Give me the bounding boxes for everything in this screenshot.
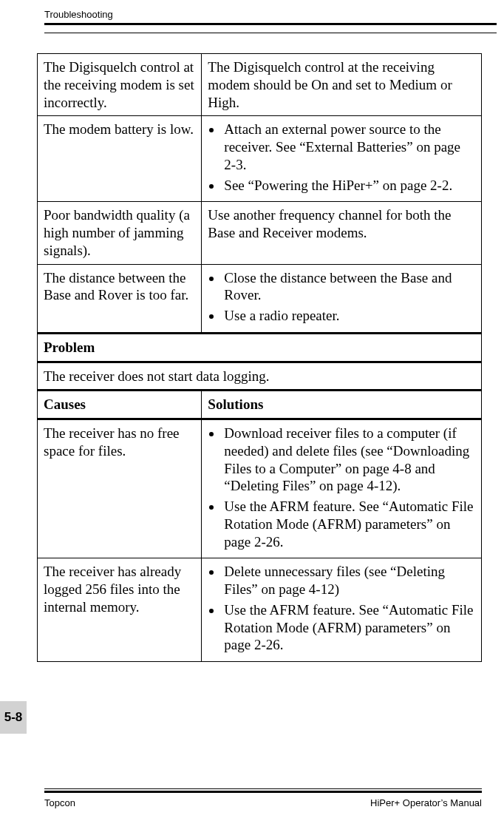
troubleshooting-table: The Digisquelch control at the receiving… [37, 53, 482, 662]
bullet-list: Download receiver files to a computer (i… [208, 425, 475, 550]
cause-cell: The receiver has no free space for files… [38, 419, 202, 558]
problem-text: The receiver does not start data logging… [38, 362, 482, 391]
cause-cell: The Digisquelch control at the receiving… [38, 54, 202, 116]
bullet-list: Delete unnecessary files (see “Deleting … [208, 563, 475, 654]
table-row: The distance between the Base and Rover … [38, 264, 482, 333]
list-item: Delete unnecessary files (see “Deleting … [222, 563, 475, 598]
list-item: Use the AFRM feature. See “Automatic Fil… [222, 601, 475, 654]
page-number-tab: 5-8 [0, 701, 27, 734]
table-row: Poor bandwidth quality (a high number of… [38, 202, 482, 264]
bullet-list: Attach an external power source to the r… [208, 121, 475, 194]
cause-cell: Poor bandwidth quality (a high number of… [38, 202, 202, 264]
list-item: Use a radio repeater. [222, 307, 475, 325]
header-rule-thin [44, 33, 497, 33]
cause-cell: The distance between the Base and Rover … [38, 264, 202, 333]
bullet-list: Close the distance between the Base and … [208, 269, 475, 325]
problem-header-row: Problem [38, 333, 482, 362]
page-header: Troubleshooting [0, 0, 504, 33]
list-item: Use the AFRM feature. See “Automatic Fil… [222, 498, 475, 550]
footer-right: HiPer+ Operator’s Manual [370, 797, 482, 808]
solution-cell: Delete unnecessary files (see “Deleting … [202, 558, 482, 662]
page-content: The Digisquelch control at the receiving… [0, 40, 504, 662]
table-row: The receiver has no free space for files… [38, 419, 482, 558]
page: Troubleshooting The Digisquelch control … [0, 0, 504, 838]
list-item: See “Powering the HiPer+” on page 2-2. [222, 177, 475, 195]
footer-rule-thin [44, 788, 482, 789]
header-rule-thick [44, 23, 497, 25]
cause-cell: The modem battery is low. [38, 116, 202, 202]
solution-cell: Use another frequency channel for both t… [202, 202, 482, 264]
list-item: Attach an external power source to the r… [222, 121, 475, 173]
problem-label: Problem [38, 333, 482, 362]
problem-description-row: The receiver does not start data logging… [38, 362, 482, 391]
causes-header: Causes [38, 391, 202, 419]
running-head: Troubleshooting [44, 9, 497, 20]
footer-row: Topcon HiPer+ Operator’s Manual [44, 797, 482, 808]
page-footer: Topcon HiPer+ Operator’s Manual [0, 788, 504, 808]
cause-cell: The receiver has already logged 256 file… [38, 558, 202, 662]
footer-rule-thick [44, 791, 482, 793]
table-row: The modem battery is low. Attach an exte… [38, 116, 482, 202]
solution-cell: Attach an external power source to the r… [202, 116, 482, 202]
solutions-header: Solutions [202, 391, 482, 419]
list-item: Download receiver files to a computer (i… [222, 425, 475, 495]
solution-cell: The Digisquelch control at the receiving… [202, 54, 482, 116]
solution-cell: Close the distance between the Base and … [202, 264, 482, 333]
table-row: The Digisquelch control at the receiving… [38, 54, 482, 116]
list-item: Close the distance between the Base and … [222, 269, 475, 305]
table-row: The receiver has already logged 256 file… [38, 558, 482, 662]
causes-solutions-header-row: Causes Solutions [38, 391, 482, 419]
solution-cell: Download receiver files to a computer (i… [202, 419, 482, 558]
footer-left: Topcon [44, 797, 75, 808]
